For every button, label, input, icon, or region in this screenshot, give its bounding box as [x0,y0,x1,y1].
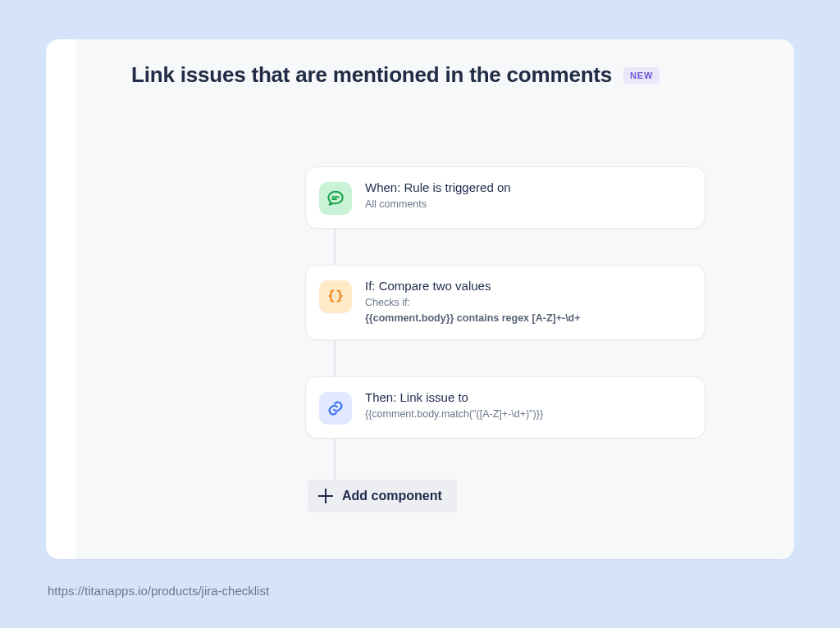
action-step[interactable]: Then: Link issue to {{comment.body.match… [305,376,705,439]
add-component-button[interactable]: Add component [308,480,457,512]
braces-icon [319,280,352,313]
step-subtitle-strong: {{comment.body}} contains regex [A-Z]+-\… [365,311,688,326]
step-body: If: Compare two values Checks if: {{comm… [365,279,688,326]
add-button-label: Add component [342,489,442,503]
rule-panel: Link issues that are mentioned in the co… [75,39,794,559]
step-subtitle: {{comment.body.match("([A-Z]+-\d+)")}} [365,407,688,422]
connector [334,439,336,480]
page-title: Link issues that are mentioned in the co… [131,62,612,88]
step-title: If: Compare two values [365,279,688,293]
condition-step[interactable]: If: Compare two values Checks if: {{comm… [305,265,705,340]
step-subtitle-label: Checks if: [365,295,688,311]
header-row: Link issues that are mentioned in the co… [131,62,771,88]
step-body: When: Rule is triggered on All comments [365,180,688,212]
connector [334,229,336,265]
connector [334,340,336,376]
source-url: https://titanapps.io/products/jira-check… [48,584,269,598]
plus-icon [317,488,334,504]
step-body: Then: Link issue to {{comment.body.match… [365,390,688,422]
flow-area: When: Rule is triggered on All comments … [305,166,705,512]
automation-rule-card: Link issues that are mentioned in the co… [46,39,794,559]
link-icon [319,392,352,425]
comment-icon [319,182,352,215]
step-title: When: Rule is triggered on [365,180,688,194]
trigger-step[interactable]: When: Rule is triggered on All comments [305,166,705,229]
step-subtitle: All comments [365,197,688,212]
new-badge: NEW [623,67,660,84]
step-title: Then: Link issue to [365,390,688,404]
